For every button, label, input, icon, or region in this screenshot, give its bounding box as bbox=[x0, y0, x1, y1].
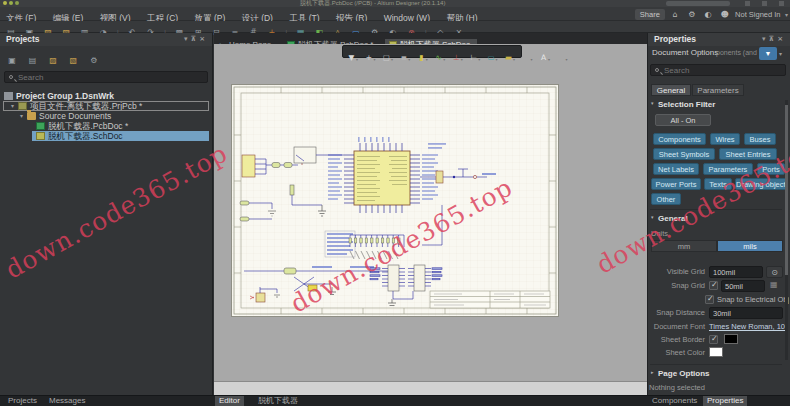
filter-buses-button[interactable]: Buses bbox=[744, 133, 776, 145]
add-folder-icon[interactable]: ▧ bbox=[65, 55, 81, 67]
place-arc-icon[interactable]: ◠ bbox=[554, 52, 567, 64]
filter-icon[interactable]: ▼ bbox=[345, 52, 358, 64]
filter-components-button[interactable]: Components bbox=[653, 133, 706, 145]
move-icon[interactable]: + bbox=[362, 52, 375, 64]
properties-panel-header: Properties ▾⊼× bbox=[648, 33, 790, 46]
search-input[interactable] bbox=[664, 65, 774, 75]
search-icon bbox=[655, 68, 659, 72]
visible-grid-input[interactable] bbox=[709, 266, 763, 278]
place-power-port-icon[interactable]: ⊥ bbox=[450, 52, 463, 64]
place-text-icon[interactable]: A bbox=[537, 52, 550, 64]
status-text: Nothing selected bbox=[649, 382, 705, 394]
sign-in-label[interactable]: Not Signed In bbox=[735, 10, 780, 19]
share-button[interactable]: Share bbox=[635, 9, 665, 20]
snap-grid-icon[interactable]: ▦ bbox=[770, 280, 778, 289]
properties-scrollbar-thumb[interactable] bbox=[785, 105, 788, 275]
tab-parameters[interactable]: Parameters bbox=[692, 84, 744, 96]
document-font-label: Document Font bbox=[647, 321, 705, 333]
window-title: 脱机下载器.PcbDoc (/PCB) - Altium Designer (2… bbox=[300, 0, 445, 7]
units-mils-toggle[interactable]: mils bbox=[717, 240, 783, 252]
snap-grid-label: Snap Grid bbox=[647, 280, 705, 292]
tab-general[interactable]: General bbox=[651, 84, 691, 96]
select-area-icon[interactable]: ▢ bbox=[380, 52, 393, 64]
open-folder-icon[interactable]: ▨ bbox=[45, 55, 61, 67]
filter-wires-button[interactable]: Wires bbox=[710, 133, 740, 145]
horizontal-scrollbar[interactable] bbox=[214, 381, 647, 395]
chevron-down-icon[interactable]: ▾ bbox=[785, 12, 788, 18]
sheet-border-color-swatch[interactable] bbox=[724, 334, 738, 344]
properties-panel-title: Properties bbox=[654, 34, 696, 44]
section-selection-filter[interactable]: ▾Selection Filter bbox=[651, 100, 715, 109]
gear-icon[interactable]: ⚙ bbox=[686, 8, 698, 22]
editor-mode-tab[interactable]: Editor bbox=[215, 396, 244, 406]
home-icon[interactable]: ⌂ bbox=[669, 8, 681, 22]
align-objects-icon[interactable]: ≡ bbox=[397, 52, 410, 64]
filter-funnel-button[interactable]: ▼ bbox=[759, 47, 777, 60]
snap-grid-input[interactable] bbox=[721, 280, 765, 292]
panel-close-icon[interactable]: × bbox=[199, 35, 208, 43]
filter-drawing-objects-button[interactable]: Drawing objects bbox=[735, 178, 787, 190]
section-general[interactable]: ▾General bbox=[651, 214, 688, 223]
snap-distance-input[interactable] bbox=[709, 307, 783, 319]
panel-pin-icon[interactable]: ⊼ bbox=[768, 35, 777, 43]
place-part-icon[interactable]: ▮ bbox=[415, 52, 428, 64]
place-circle-icon[interactable]: ◯ bbox=[520, 52, 533, 64]
maximize-icon[interactable] bbox=[762, 1, 767, 6]
sheet-border-checkbox[interactable] bbox=[709, 335, 718, 344]
units-mm-toggle[interactable]: mm bbox=[651, 240, 717, 252]
search-input[interactable] bbox=[18, 72, 178, 82]
chevron-down-icon[interactable]: ▾ bbox=[20, 111, 27, 121]
visible-grid-eye-button[interactable]: ⊙ bbox=[766, 266, 783, 278]
filter-other-button[interactable]: Other bbox=[651, 193, 681, 205]
sch-doc-icon bbox=[36, 132, 45, 140]
filter-ports-button[interactable]: Ports bbox=[757, 163, 785, 175]
schematic-sheet[interactable] bbox=[232, 85, 558, 316]
panel-pin-icon[interactable]: ⊼ bbox=[190, 35, 199, 43]
place-net-label-icon[interactable]: ⊢ bbox=[467, 52, 480, 64]
panel-tab-projects[interactable]: Projects bbox=[4, 396, 41, 406]
filter-net-labels-button[interactable]: Net Labels bbox=[653, 163, 699, 175]
filter-texts-button[interactable]: Texts bbox=[704, 178, 732, 190]
filter-all-on-button[interactable]: All - On bbox=[655, 114, 711, 126]
active-bar: ▼ + ▢ ≡ ▮ ∿ ⊥ ⊢ ▭ ▬ ◯ A ◠ bbox=[342, 45, 522, 58]
place-sheet-symbol-icon[interactable]: ▬ bbox=[502, 52, 515, 64]
tree-item-project[interactable]: ▾项目文件-离线下载器.PrjPcb * bbox=[3, 101, 209, 111]
chevron-down-icon: ▾ bbox=[651, 214, 658, 220]
snap-distance-label: Snap Distance bbox=[647, 307, 705, 319]
workspace-icon bbox=[4, 92, 13, 100]
filter-sheet-entries-button[interactable]: Sheet Entries bbox=[719, 148, 777, 160]
gear-icon[interactable]: ⚙ bbox=[86, 55, 102, 67]
panel-close-icon[interactable]: × bbox=[777, 35, 786, 43]
place-port-icon[interactable]: ▭ bbox=[485, 52, 498, 64]
snap-grid-checkbox[interactable] bbox=[709, 281, 718, 290]
tree-item-workspace[interactable]: Project Group 1.DsnWrk bbox=[0, 91, 212, 101]
filter-parameters-button[interactable]: Parameters bbox=[703, 163, 753, 175]
tree-item-source-documents[interactable]: ▾Source Documents bbox=[0, 111, 212, 121]
filter-sheet-symbols-button[interactable]: Sheet Symbols bbox=[653, 148, 715, 160]
document-options-label: Document Options bbox=[652, 47, 718, 59]
place-wire-icon[interactable]: ∿ bbox=[432, 52, 445, 64]
projects-search[interactable] bbox=[4, 71, 208, 83]
document-font-link[interactable]: Times New Roman, 10 bbox=[709, 321, 785, 333]
snap-electrical-checkbox[interactable] bbox=[705, 295, 714, 304]
panel-tab-components[interactable]: Components bbox=[648, 396, 701, 406]
chevron-down-icon[interactable]: ▾ bbox=[11, 101, 18, 111]
panel-tab-properties[interactable]: Properties bbox=[703, 396, 747, 406]
app-window: 脱机下载器.PcbDoc (/PCB) - Altium Designer (2… bbox=[0, 0, 790, 406]
tree-item-schdoc[interactable]: 脱机下载器.SchDoc bbox=[32, 131, 209, 141]
sheet-border-label: Sheet Border bbox=[647, 334, 705, 346]
panel-tab-messages[interactable]: Messages bbox=[45, 396, 89, 406]
save-project-icon[interactable]: ▣ bbox=[4, 55, 20, 67]
user-icon[interactable]: ☻ bbox=[719, 8, 731, 22]
app-badge-icon bbox=[9, 1, 13, 5]
tree-item-pcbdoc[interactable]: 脱机下载器.PcbDoc * bbox=[0, 121, 212, 131]
section-page-options[interactable]: ▸Page Options bbox=[651, 369, 710, 378]
properties-search[interactable] bbox=[650, 64, 786, 76]
sheet-color-swatch[interactable] bbox=[709, 347, 723, 357]
minimize-icon[interactable] bbox=[745, 1, 750, 6]
filter-power-ports-button[interactable]: Power Ports bbox=[651, 178, 701, 190]
app-badge-icon bbox=[15, 1, 19, 5]
chevron-down-icon[interactable]: ▾ bbox=[779, 50, 782, 57]
compile-icon[interactable]: ▤ bbox=[24, 55, 40, 67]
theme-icon[interactable]: ◐ bbox=[702, 8, 714, 22]
